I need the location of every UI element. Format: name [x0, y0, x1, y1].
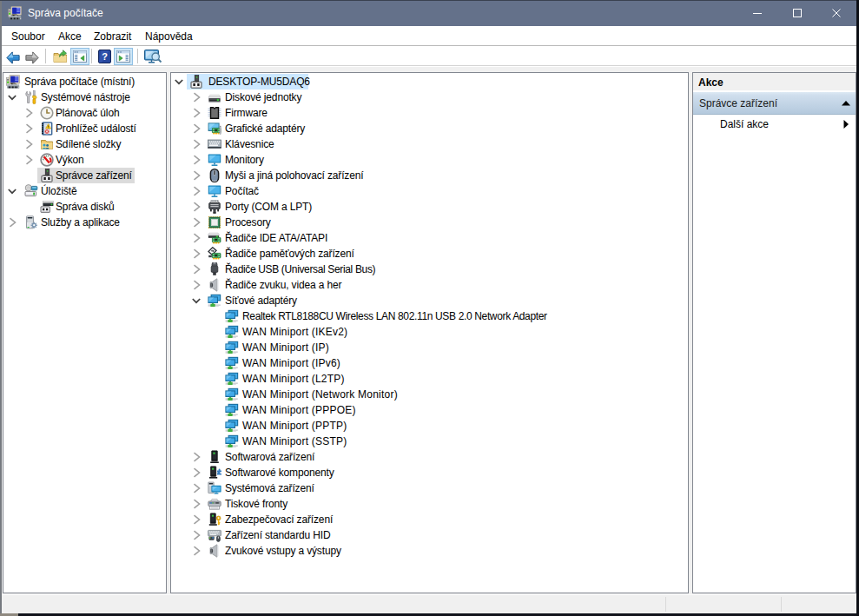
svg-text:?: ? [102, 51, 108, 62]
